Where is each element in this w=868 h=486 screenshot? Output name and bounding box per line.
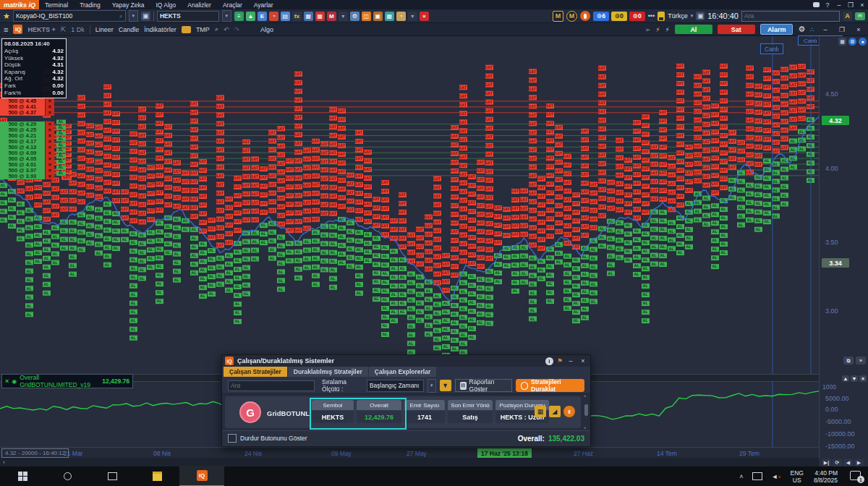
menu-item-analizler[interactable]: Analizler bbox=[182, 0, 217, 9]
date-axis[interactable]: 4.32 - 20000 - 16:40:12 21 Mar08 Nis24 N… bbox=[0, 447, 819, 459]
tab-0[interactable]: Çalışan Stratejiler bbox=[224, 367, 287, 377]
save-icon[interactable]: ▣ bbox=[141, 12, 150, 21]
axis-settings-icon[interactable]: ⚙ bbox=[848, 38, 856, 46]
candle-button[interactable]: Candle bbox=[119, 26, 140, 33]
show-stop-checkbox[interactable] bbox=[228, 434, 237, 443]
reset-view-icon[interactable]: ⟳ bbox=[833, 459, 842, 466]
popout-icon[interactable]: ⇱ bbox=[61, 26, 67, 33]
dialog-titlebar[interactable]: iQ Çalışan/Duraklatılmış Sistemler i ⚑ –… bbox=[222, 355, 590, 367]
sort-caret-icon[interactable]: ▾ bbox=[427, 379, 436, 393]
pie-icon[interactable]: ◔ bbox=[269, 12, 278, 21]
global-search-input[interactable] bbox=[741, 11, 840, 22]
gear-icon[interactable]: ⚙ bbox=[350, 12, 359, 21]
chart-icon[interactable]: ▲ bbox=[246, 12, 255, 21]
language-indicator[interactable]: ENGUS bbox=[790, 469, 803, 484]
link-nodes-icon[interactable]: ∴ bbox=[810, 26, 814, 33]
briefcase-icon[interactable]: ▣ bbox=[373, 12, 383, 21]
tray-chevron-icon[interactable]: ˄ bbox=[739, 473, 743, 480]
chart-close-icon[interactable]: × bbox=[853, 25, 864, 34]
panel-collapse-icon[interactable]: » bbox=[856, 357, 866, 364]
rejected-orders-badge[interactable]: ⊙0 bbox=[629, 12, 645, 21]
chart-scrollbar[interactable]: ‹ bbox=[0, 458, 819, 466]
price-axis[interactable]: ▦ ⚙ ● 4.504.003.503.00 4.32 3.34 ⧉ » ▲ ▼… bbox=[819, 36, 868, 458]
indicators-button[interactable]: İndikatörler bbox=[144, 26, 176, 33]
mail-icon[interactable]: ✉ bbox=[855, 12, 865, 20]
grid-toggle-icon[interactable]: ▦ bbox=[838, 38, 846, 46]
buy-button[interactable]: Al bbox=[675, 25, 712, 34]
chart-minimize-icon[interactable]: – bbox=[820, 25, 831, 34]
folder-icon[interactable] bbox=[182, 26, 191, 33]
alarm-button[interactable]: Alarm bbox=[760, 24, 793, 35]
open-orders-badge[interactable]: ⊙6 bbox=[593, 12, 609, 21]
template-button[interactable]: TMP bbox=[196, 26, 210, 33]
m-badge-icon[interactable]: M bbox=[553, 11, 563, 22]
menu-item-terminal[interactable]: Terminal bbox=[39, 0, 74, 9]
add-symbol-icon[interactable]: + bbox=[51, 26, 55, 33]
close-icon[interactable]: × bbox=[856, 1, 868, 9]
pause-strategy-icon[interactable]: ‖ bbox=[563, 406, 575, 417]
calendar-red-icon[interactable]: ▦ bbox=[315, 12, 325, 21]
chat-icon[interactable] bbox=[810, 1, 822, 9]
menu-item-trading[interactable]: Trading bbox=[74, 0, 106, 9]
indicator-close-icon[interactable]: × bbox=[859, 375, 867, 382]
dialog-minimize-icon[interactable]: – bbox=[566, 357, 575, 365]
settings-gear-icon[interactable]: ⚙ bbox=[798, 25, 805, 34]
chart-restore-icon[interactable]: ❐ bbox=[836, 25, 848, 34]
favorite-star-icon[interactable]: ★ bbox=[3, 12, 10, 21]
help-icon[interactable]: ? bbox=[822, 1, 833, 9]
task-view-icon[interactable] bbox=[90, 466, 135, 486]
taskbar-iq-app[interactable]: iQ bbox=[179, 466, 224, 486]
taskbar-clock[interactable]: 4:40 PM8/8/2025 bbox=[814, 469, 838, 484]
algo-button[interactable]: Algo bbox=[260, 26, 273, 33]
language-select[interactable]: Türkçe bbox=[668, 12, 688, 20]
scroll-left-icon[interactable]: ‹ bbox=[3, 459, 5, 466]
save-layout-icon[interactable]: ▣ bbox=[696, 12, 705, 20]
language-caret-icon[interactable]: ▾ bbox=[691, 13, 694, 19]
dialog-pin-icon[interactable]: ⚑ bbox=[557, 357, 563, 364]
lineer-button[interactable]: Lineer bbox=[95, 26, 114, 33]
pan-left-icon[interactable]: ◀ bbox=[843, 459, 853, 466]
undo-icon[interactable]: ↶ bbox=[224, 26, 229, 33]
pan-right-icon[interactable]: ▶ bbox=[854, 459, 864, 466]
dropdown-caret-icon[interactable]: ▾ bbox=[339, 12, 348, 21]
hamburger-icon[interactable]: ≡ bbox=[4, 25, 8, 34]
notification-icon[interactable]: 1 bbox=[850, 471, 861, 482]
start-button[interactable] bbox=[0, 466, 45, 486]
dialog-close-icon[interactable]: × bbox=[579, 357, 587, 365]
panel-expand-icon[interactable]: ⧉ bbox=[843, 357, 854, 364]
menu-item-yapay-zeka[interactable]: Yapay Zeka bbox=[106, 0, 150, 9]
redo-icon[interactable]: ↷ bbox=[234, 26, 239, 33]
dialog-scrollbar[interactable]: ˄ ˅ bbox=[584, 394, 589, 430]
clipboard-icon[interactable]: ▤ bbox=[281, 12, 290, 21]
layers-icon[interactable]: ≡ bbox=[234, 12, 244, 21]
chip-close-icon[interactable]: × bbox=[5, 378, 9, 385]
edit-icon[interactable]: E bbox=[258, 12, 267, 21]
filter-funnel-icon[interactable]: ▼ bbox=[440, 380, 451, 391]
interval-button[interactable]: 1 Dk bbox=[71, 26, 85, 33]
table-icon[interactable]: ▦ bbox=[304, 12, 313, 21]
m-circle-icon[interactable]: M bbox=[566, 11, 577, 22]
refresh-bolt-icon[interactable]: ⚡ bbox=[665, 26, 670, 33]
show-reports-button[interactable]: ▤ Raporları Göster bbox=[455, 379, 513, 392]
cursor-icon[interactable]: ➢ bbox=[645, 26, 651, 33]
dropdown-caret-icon[interactable]: ▾ bbox=[408, 12, 417, 21]
volume-muted-icon[interactable]: ◄× bbox=[771, 473, 780, 480]
axis-lock-icon[interactable]: ● bbox=[859, 38, 867, 46]
sell-button[interactable]: Sat bbox=[718, 25, 755, 34]
workspace-caret-icon[interactable]: ▾ bbox=[129, 10, 138, 22]
lightning-icon[interactable]: ⚡ bbox=[655, 26, 660, 33]
indicator-up-icon[interactable]: ▲ bbox=[842, 375, 849, 382]
assistant-icon[interactable]: A bbox=[843, 12, 852, 21]
more-icon[interactable]: ••• bbox=[648, 12, 655, 20]
performance-chart-icon[interactable]: ◢ bbox=[549, 406, 561, 417]
timer-icon[interactable]: ◔ bbox=[396, 12, 406, 21]
exit-icon[interactable]: ◫ bbox=[362, 12, 371, 21]
restore-icon[interactable]: ❐ bbox=[845, 1, 856, 9]
indicator-down-icon[interactable]: ▼ bbox=[851, 375, 858, 382]
strategy-search-input[interactable] bbox=[228, 380, 315, 391]
menu-item-iq-algo[interactable]: IQ Algo bbox=[150, 0, 182, 9]
strategy-chip[interactable]: × ◉ Overall GridBOTUNLIMITED_v19 12,429.… bbox=[1, 374, 133, 388]
symbol-input[interactable] bbox=[157, 11, 219, 22]
strategy-row[interactable]: G GridBOTUNLIMIT... SembolHEKTSOverall12… bbox=[225, 396, 581, 428]
table-cyan-icon[interactable]: ▦ bbox=[385, 12, 394, 21]
